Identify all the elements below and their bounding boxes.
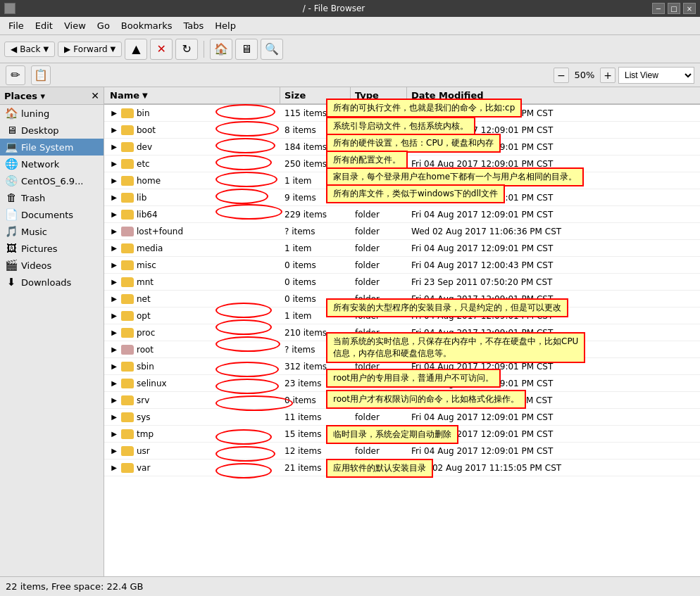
menu-help[interactable]: Help xyxy=(209,19,242,32)
table-row[interactable]: ▶ mnt 0 items folder Fri 23 Sep 2011 07:… xyxy=(104,274,700,291)
file-name: proc xyxy=(137,328,155,338)
file-type-cell: folder xyxy=(351,242,407,255)
table-row[interactable]: ▶ selinux 23 items folder Fri 04 Aug 201… xyxy=(104,375,700,392)
table-row[interactable]: ▶ opt 1 item folder Fri 04 Aug 2017 12:0… xyxy=(104,307,700,324)
table-row[interactable]: ▶ etc 250 items folder Fri 04 Aug 2017 1… xyxy=(104,156,700,172)
refresh-button[interactable]: ↻ xyxy=(175,39,198,60)
expand-icon[interactable]: ▶ xyxy=(110,227,118,236)
folder-icon xyxy=(121,176,134,186)
file-date-cell: Fri 04 Aug 2017 12:09:01 PM CST xyxy=(407,326,700,339)
search-button[interactable]: 🔍 xyxy=(261,39,283,60)
table-row[interactable]: ▶ proc 210 items folder Fri 04 Aug 2017 … xyxy=(104,324,700,341)
menu-file[interactable]: File xyxy=(3,19,30,32)
menu-view[interactable]: View xyxy=(58,19,92,32)
sidebar-item-pictures[interactable]: 🖼 Pictures xyxy=(0,240,104,257)
expand-icon[interactable]: ▶ xyxy=(110,464,118,472)
expand-icon[interactable]: ▶ xyxy=(110,345,118,354)
table-row[interactable]: ▶ bin 115 items folder Fri 04 Aug 2017 1… xyxy=(104,105,700,122)
sidebar-item-filesystem[interactable]: 💻 File System xyxy=(0,139,104,156)
expand-icon[interactable]: ▶ xyxy=(110,109,118,118)
folder-icon xyxy=(121,379,134,388)
sidebar-item-downloads[interactable]: ⬇ Downloads xyxy=(0,274,104,291)
sidebar-item-trash[interactable]: 🗑 Trash xyxy=(0,189,104,206)
sidebar-item-desktop[interactable]: 🖥 Desktop xyxy=(0,122,104,139)
path-icon-btn[interactable]: 📋 xyxy=(31,65,51,85)
sidebar-item-centos[interactable]: 💿 CentOS_6.9... xyxy=(0,172,104,189)
zoom-out-button[interactable]: − xyxy=(554,68,569,83)
sidebar-item-videos[interactable]: 🎬 Videos xyxy=(0,257,104,274)
computer-button[interactable]: 🖥 xyxy=(235,39,258,60)
up-button[interactable]: ▲ xyxy=(125,39,147,60)
file-name: root xyxy=(137,345,154,355)
file-name: tmp xyxy=(137,429,154,439)
menu-go[interactable]: Go xyxy=(92,19,115,32)
stop-button[interactable]: ✕ xyxy=(150,39,173,60)
table-row[interactable]: ▶ tmp 15 items folder Fri 04 Aug 2017 12… xyxy=(104,426,700,443)
table-row[interactable]: ▶ usr 12 items folder Fri 04 Aug 2017 12… xyxy=(104,443,700,459)
expand-icon[interactable]: ▶ xyxy=(110,295,118,303)
col-date-header[interactable]: Date Modified xyxy=(407,87,700,103)
sidebar-item-music[interactable]: 🎵 Music xyxy=(0,223,104,240)
expand-icon[interactable]: ▶ xyxy=(110,379,118,388)
sidebar-item-luning[interactable]: 🏠 luning xyxy=(0,105,104,122)
expand-icon[interactable]: ▶ xyxy=(110,194,118,202)
minimize-button[interactable]: − xyxy=(652,3,665,14)
expand-icon[interactable]: ▶ xyxy=(110,329,118,337)
table-row[interactable]: ▶ boot 8 items folder Fri 04 Aug 2017 12… xyxy=(104,122,700,139)
menu-edit[interactable]: Edit xyxy=(30,19,58,32)
back-dropdown-icon[interactable]: ▼ xyxy=(43,45,49,53)
expand-icon[interactable]: ▶ xyxy=(110,244,118,253)
expand-icon[interactable]: ▶ xyxy=(110,126,118,134)
expand-icon[interactable]: ▶ xyxy=(110,362,118,371)
forward-dropdown-icon[interactable]: ▼ xyxy=(111,45,116,53)
table-row[interactable]: ▶ var 21 items folder Wed 02 Aug 2017 11… xyxy=(104,459,700,476)
table-row[interactable]: ▶ sys 11 items folder Fri 04 Aug 2017 12… xyxy=(104,409,700,426)
sidebar-item-documents[interactable]: 📄 Documents xyxy=(0,206,104,223)
table-row[interactable]: ▶ dev 184 items folder Fri 04 Aug 2017 1… xyxy=(104,139,700,156)
expand-icon[interactable]: ▶ xyxy=(110,447,118,455)
file-date-cell: Fri 04 Aug 2017 12:09:01 PM CST xyxy=(407,360,700,373)
table-row[interactable]: ▶ lib 9 items folder Fri 04 Aug 2017 12:… xyxy=(104,189,700,206)
expand-icon[interactable]: ▶ xyxy=(110,312,118,320)
close-button[interactable]: × xyxy=(683,3,696,14)
view-mode-select[interactable]: List View Icon View Compact View xyxy=(618,67,694,84)
table-row[interactable]: ▶ net 0 items folder Fri 04 Aug 2017 12:… xyxy=(104,291,700,307)
table-row[interactable]: ▶ root ? items folder Wed 02 Aug 2017 11… xyxy=(104,341,700,358)
expand-icon[interactable]: ▶ xyxy=(110,177,118,185)
forward-button[interactable]: ▶ Forward ▼ xyxy=(58,42,122,57)
sidebar-item-network[interactable]: 🌐 Network xyxy=(0,156,104,172)
pictures-icon: 🖼 xyxy=(6,243,17,254)
folder-icon xyxy=(121,210,134,220)
col-size-header[interactable]: Size xyxy=(280,87,351,103)
file-name-cell: ▶ dev xyxy=(104,141,280,153)
table-row[interactable]: ▶ sbin 312 items folder Fri 04 Aug 2017 … xyxy=(104,358,700,375)
col-name-header[interactable]: Name ▼ xyxy=(104,87,280,103)
expand-icon[interactable]: ▶ xyxy=(110,396,118,405)
back-button[interactable]: ◀ Back ▼ xyxy=(4,42,55,57)
menu-bookmarks[interactable]: Bookmarks xyxy=(115,19,178,32)
expand-icon[interactable]: ▶ xyxy=(110,143,118,151)
expand-icon[interactable]: ▶ xyxy=(110,210,118,219)
expand-icon[interactable]: ▶ xyxy=(110,160,118,168)
expand-icon[interactable]: ▶ xyxy=(110,261,118,270)
sidebar-close-button[interactable]: ✕ xyxy=(91,90,99,101)
file-name-cell: ▶ srv xyxy=(104,394,280,407)
zoom-in-button[interactable]: + xyxy=(600,68,615,83)
expand-icon[interactable]: ▶ xyxy=(110,278,118,286)
table-row[interactable]: ▶ lib64 229 items folder Fri 04 Aug 2017… xyxy=(104,206,700,223)
file-type-cell: folder xyxy=(351,411,407,424)
expand-icon[interactable]: ▶ xyxy=(110,430,118,438)
menu-tabs[interactable]: Tabs xyxy=(177,19,209,32)
table-row[interactable]: ▶ srv 0 items folder Fri 23 Sep 2011 07:… xyxy=(104,392,700,409)
table-row[interactable]: ▶ misc 0 items folder Fri 04 Aug 2017 12… xyxy=(104,257,700,274)
edit-icon-btn[interactable]: ✏ xyxy=(6,65,25,85)
network-icon: 🌐 xyxy=(6,158,17,170)
expand-icon[interactable]: ▶ xyxy=(110,413,118,421)
table-row[interactable]: ▶ home 1 item folder Fri 04 Aug 2017 12:… xyxy=(104,172,700,189)
file-name-cell: ▶ sbin xyxy=(104,360,280,373)
table-row[interactable]: ▶ media 1 item folder Fri 04 Aug 2017 12… xyxy=(104,240,700,257)
home-button[interactable]: 🏠 xyxy=(210,39,232,60)
maximize-button[interactable]: □ xyxy=(668,3,680,14)
table-row[interactable]: ▶ lost+found ? items folder Wed 02 Aug 2… xyxy=(104,223,700,240)
col-type-header[interactable]: Type xyxy=(351,87,407,103)
